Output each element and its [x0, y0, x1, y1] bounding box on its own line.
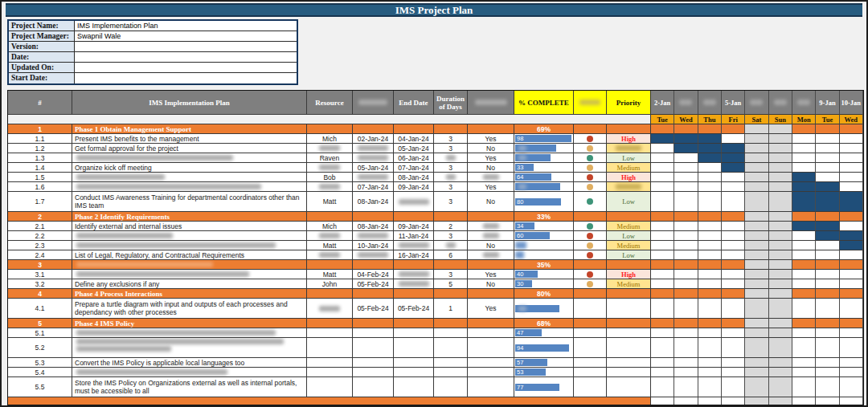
cell-end-date[interactable]: [394, 377, 434, 397]
gantt-cell[interactable]: [674, 241, 698, 250]
cell-duration[interactable]: 5: [434, 279, 468, 289]
cell-duration[interactable]: [434, 241, 468, 250]
gantt-cell[interactable]: [792, 289, 816, 299]
gantt-bar-cell[interactable]: [792, 192, 816, 212]
cell-priority[interactable]: Medium: [607, 163, 651, 173]
cell-status[interactable]: [574, 134, 607, 144]
gantt-cell[interactable]: [651, 192, 674, 212]
cell-number[interactable]: 1.2: [8, 144, 72, 153]
gantt-cell[interactable]: [698, 328, 722, 338]
gantt-cell[interactable]: [816, 328, 839, 338]
cell-resource[interactable]: [307, 212, 353, 222]
gantt-bar-cell[interactable]: [840, 241, 863, 250]
gantt-cell[interactable]: [792, 319, 816, 328]
cell-resource[interactable]: Matt: [307, 192, 353, 212]
cell-duration[interactable]: 3: [434, 144, 468, 153]
gantt-cell[interactable]: [769, 192, 792, 212]
cell-duration[interactable]: [434, 260, 468, 270]
cell-number[interactable]: 5: [8, 319, 72, 328]
gantt-cell[interactable]: [745, 153, 768, 163]
cell-number[interactable]: 2.4: [8, 250, 72, 260]
cell-priority[interactable]: [607, 289, 651, 299]
cell-end-date[interactable]: [394, 124, 434, 134]
gantt-cell[interactable]: [722, 368, 745, 377]
cell-status[interactable]: [574, 319, 607, 328]
gantt-cell[interactable]: [816, 299, 839, 319]
cell-percent-complete[interactable]: 60: [514, 231, 574, 241]
cell-task-name[interactable]: [72, 153, 307, 163]
gantt-cell[interactable]: [745, 279, 768, 289]
cell-resource[interactable]: [307, 299, 353, 319]
cell-end-date[interactable]: 05-Jan-24: [394, 144, 434, 153]
gantt-cell[interactable]: [651, 144, 674, 153]
project-info-value[interactable]: [75, 52, 297, 62]
gantt-date-cell[interactable]: 2-Jan: [651, 91, 674, 115]
gantt-cell[interactable]: [674, 338, 698, 358]
cell-priority[interactable]: [607, 377, 651, 397]
cell-percent-complete[interactable]: 40: [514, 270, 574, 279]
cell-task-name[interactable]: [72, 173, 307, 182]
cell-duration[interactable]: [434, 328, 468, 338]
cell-priority[interactable]: Low: [607, 231, 651, 241]
cell-resource[interactable]: [307, 358, 353, 368]
cell-end-date[interactable]: [394, 279, 434, 289]
gantt-cell[interactable]: [722, 319, 745, 328]
cell-status[interactable]: [574, 212, 607, 222]
gantt-cell[interactable]: [698, 289, 722, 299]
gantt-cell[interactable]: [674, 163, 698, 173]
gantt-cell[interactable]: [651, 163, 674, 173]
gantt-cell[interactable]: [745, 173, 768, 182]
gantt-bar-cell[interactable]: [674, 134, 698, 144]
gantt-cell[interactable]: [840, 173, 863, 182]
cell-milestone[interactable]: [468, 377, 514, 397]
cell-duration[interactable]: 3: [434, 231, 468, 241]
gantt-cell[interactable]: [816, 377, 839, 397]
cell-resource[interactable]: [307, 163, 353, 173]
cell-task-name[interactable]: [72, 231, 307, 241]
gantt-cell[interactable]: [674, 153, 698, 163]
cell-end-date[interactable]: [394, 289, 434, 299]
gantt-cell[interactable]: [674, 124, 698, 134]
gantt-cell[interactable]: [745, 270, 768, 279]
cell-duration[interactable]: [434, 358, 468, 368]
gantt-cell[interactable]: [769, 260, 792, 270]
column-header-status[interactable]: [574, 91, 607, 115]
gantt-cell[interactable]: [816, 250, 839, 260]
cell-task-name[interactable]: Organize kick off meeting: [72, 163, 307, 173]
gantt-date-cell[interactable]: [792, 91, 816, 115]
cell-milestone[interactable]: [468, 319, 514, 328]
cell-status[interactable]: [574, 192, 607, 212]
gantt-cell[interactable]: [792, 144, 816, 153]
cell-percent-complete[interactable]: 77: [514, 377, 574, 397]
cell-task-name[interactable]: List of Legal, Regulatory, and Contractu…: [72, 250, 307, 260]
gantt-cell[interactable]: [722, 270, 745, 279]
gantt-cell[interactable]: [840, 270, 863, 279]
gantt-cell[interactable]: [792, 328, 816, 338]
gantt-cell[interactable]: [698, 222, 722, 231]
cell-status[interactable]: [574, 358, 607, 368]
gantt-cell[interactable]: [722, 328, 745, 338]
gantt-cell[interactable]: [698, 231, 722, 241]
gantt-cell[interactable]: [792, 241, 816, 250]
gantt-cell[interactable]: [792, 338, 816, 358]
cell-end-date[interactable]: 06-Jan-24: [394, 153, 434, 163]
gantt-cell[interactable]: [745, 163, 768, 173]
cell-percent-complete[interactable]: 98: [514, 134, 574, 144]
cell-duration[interactable]: [434, 153, 468, 163]
gantt-cell[interactable]: [816, 144, 839, 153]
gantt-cell[interactable]: [698, 299, 722, 319]
gantt-cell[interactable]: [722, 250, 745, 260]
cell-status[interactable]: [574, 144, 607, 153]
column-header-task[interactable]: IMS Implementation Plan: [72, 91, 307, 115]
cell-percent-complete[interactable]: 80: [514, 192, 574, 212]
cell-number[interactable]: 4: [8, 289, 72, 299]
cell-task-name[interactable]: [72, 182, 307, 192]
gantt-cell[interactable]: [769, 144, 792, 153]
cell-task-name[interactable]: [72, 338, 307, 358]
gantt-cell[interactable]: [651, 173, 674, 182]
gantt-cell[interactable]: [674, 222, 698, 231]
cell-status[interactable]: [574, 328, 607, 338]
gantt-cell[interactable]: [792, 153, 816, 163]
cell-duration[interactable]: [434, 319, 468, 328]
gantt-cell[interactable]: [840, 338, 863, 358]
